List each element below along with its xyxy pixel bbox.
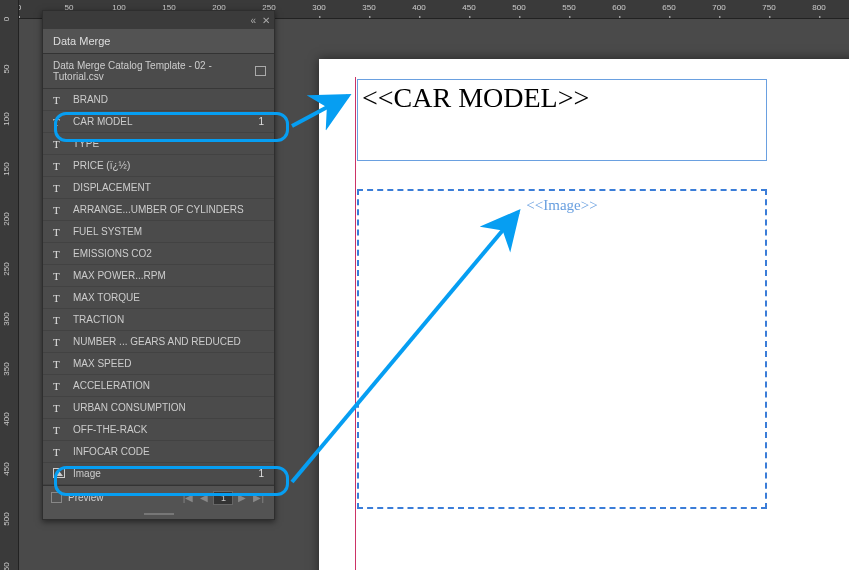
field-row[interactable]: TINFOCAR CODE <box>43 441 274 463</box>
ruler-tick: 0 <box>19 3 21 12</box>
field-label: ARRANGE...UMBER OF CYLINDERS <box>73 204 264 215</box>
ruler-tick: 500 <box>2 512 11 525</box>
panel-source: Data Merge Catalog Template - 02 - Tutor… <box>43 54 274 89</box>
ruler-tick: 450 <box>2 462 11 475</box>
data-source-icon[interactable] <box>255 66 267 76</box>
text-frame-car-model[interactable]: <<CAR MODEL>> <box>357 79 767 161</box>
field-label: OFF-THE-RACK <box>73 424 264 435</box>
field-row[interactable]: TARRANGE...UMBER OF CYLINDERS <box>43 199 274 221</box>
ruler-tick: 400 <box>2 412 11 425</box>
field-row[interactable]: TOFF-THE-RACK <box>43 419 274 441</box>
field-use-count: 1 <box>258 116 264 127</box>
field-label: NUMBER ... GEARS AND REDUCED <box>73 336 264 347</box>
field-label: TYPE <box>73 138 264 149</box>
field-label: URBAN CONSUMPTION <box>73 402 264 413</box>
ruler-tick: 300 <box>2 312 11 325</box>
ruler-tick: 350 <box>362 3 375 12</box>
text-field-icon: T <box>53 446 67 458</box>
field-row[interactable]: TCAR MODEL1 <box>43 111 274 133</box>
preview-checkbox[interactable] <box>51 492 62 503</box>
ruler-tick: 250 <box>2 262 11 275</box>
panel-source-label: Data Merge Catalog Template - 02 - Tutor… <box>53 60 255 82</box>
ruler-tick: 0 <box>2 17 11 21</box>
field-label: MAX SPEED <box>73 358 264 369</box>
ruler-tick: 550 <box>562 3 575 12</box>
text-field-icon: T <box>53 182 67 194</box>
panel-field-list[interactable]: TBRANDTCAR MODEL1TTYPETPRICE (ï¿½)TDISPL… <box>43 89 274 485</box>
text-field-icon: T <box>53 94 67 106</box>
text-field-icon: T <box>53 160 67 172</box>
text-field-icon: T <box>53 358 67 370</box>
image-frame[interactable]: <<Image>> <box>357 189 767 509</box>
ruler-tick: 300 <box>312 3 325 12</box>
field-row[interactable]: TACCELERATION <box>43 375 274 397</box>
panel-close-icon[interactable]: ✕ <box>262 15 270 26</box>
text-field-icon: T <box>53 226 67 238</box>
placeholder-car-model: <<CAR MODEL>> <box>358 80 766 116</box>
field-row[interactable]: TEMISSIONS CO2 <box>43 243 274 265</box>
panel-tab[interactable]: Data Merge <box>43 29 274 54</box>
text-field-icon: T <box>53 380 67 392</box>
nav-first-icon[interactable]: |◀ <box>181 492 196 503</box>
field-label: MAX TORQUE <box>73 292 264 303</box>
text-field-icon: T <box>53 292 67 304</box>
ruler-tick: 550 <box>2 562 11 570</box>
text-field-icon: T <box>53 270 67 282</box>
image-field-icon <box>53 468 67 480</box>
field-label: PRICE (ï¿½) <box>73 160 264 171</box>
field-row[interactable]: TMAX POWER...RPM <box>43 265 274 287</box>
panel-resize-grip[interactable] <box>43 509 274 519</box>
text-field-icon: T <box>53 248 67 260</box>
text-field-icon: T <box>53 336 67 348</box>
field-row[interactable]: Image1 <box>43 463 274 485</box>
ruler-tick: 400 <box>412 3 425 12</box>
ruler-tick: 750 <box>762 3 775 12</box>
nav-next-icon[interactable]: ▶ <box>236 492 248 503</box>
field-row[interactable]: TDISPLACEMENT <box>43 177 274 199</box>
text-field-icon: T <box>53 424 67 436</box>
text-field-icon: T <box>53 138 67 150</box>
ruler-tick: 700 <box>712 3 725 12</box>
field-row[interactable]: TPRICE (ï¿½) <box>43 155 274 177</box>
ruler-tick: 650 <box>662 3 675 12</box>
field-row[interactable]: TTRACTION <box>43 309 274 331</box>
text-field-icon: T <box>53 116 67 128</box>
panel-header[interactable]: « ✕ <box>43 11 274 29</box>
ruler-tick: 600 <box>612 3 625 12</box>
field-label: EMISSIONS CO2 <box>73 248 264 259</box>
panel-menu-icon[interactable]: « <box>250 15 256 26</box>
ruler-tick: 800 <box>812 3 825 12</box>
nav-last-icon[interactable]: ▶| <box>251 492 266 503</box>
nav-prev-icon[interactable]: ◀ <box>198 492 210 503</box>
ruler-tick: 500 <box>512 3 525 12</box>
field-row[interactable]: TNUMBER ... GEARS AND REDUCED <box>43 331 274 353</box>
field-row[interactable]: TTYPE <box>43 133 274 155</box>
record-nav: |◀ ◀ ▶ ▶| <box>181 491 266 505</box>
field-row[interactable]: TBRAND <box>43 89 274 111</box>
panel-footer: Preview |◀ ◀ ▶ ▶| <box>43 485 274 509</box>
field-row[interactable]: TMAX TORQUE <box>43 287 274 309</box>
nav-page-input[interactable] <box>213 491 233 505</box>
ruler-tick: 350 <box>2 362 11 375</box>
field-label: INFOCAR CODE <box>73 446 264 457</box>
data-merge-panel[interactable]: « ✕ Data Merge Data Merge Catalog Templa… <box>42 10 275 520</box>
preview-label: Preview <box>68 492 104 503</box>
text-field-icon: T <box>53 204 67 216</box>
document-page[interactable]: <<CAR MODEL>> <<Image>> <box>319 59 849 570</box>
field-label: CAR MODEL <box>73 116 252 127</box>
placeholder-image: <<Image>> <box>526 197 597 214</box>
field-label: DISPLACEMENT <box>73 182 264 193</box>
field-row[interactable]: TMAX SPEED <box>43 353 274 375</box>
ruler-tick: 200 <box>2 212 11 225</box>
ruler-vertical: 050100150200250300350400450500550 <box>0 0 19 570</box>
field-label: TRACTION <box>73 314 264 325</box>
ruler-tick: 150 <box>2 162 11 175</box>
field-label: Image <box>73 468 252 479</box>
ruler-tick: 450 <box>462 3 475 12</box>
text-field-icon: T <box>53 314 67 326</box>
field-row[interactable]: TURBAN CONSUMPTION <box>43 397 274 419</box>
ruler-tick: 100 <box>2 112 11 125</box>
field-row[interactable]: TFUEL SYSTEM <box>43 221 274 243</box>
ruler-tick: 50 <box>2 65 11 74</box>
field-use-count: 1 <box>258 468 264 479</box>
